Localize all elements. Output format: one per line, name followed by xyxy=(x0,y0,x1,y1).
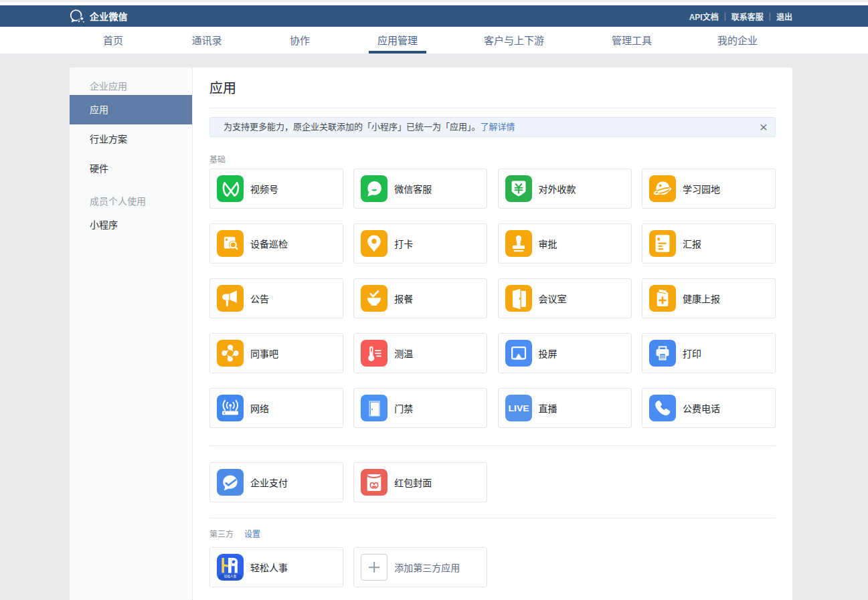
svg-text:轻松人事: 轻松人事 xyxy=(224,574,237,579)
svg-text:LIVE: LIVE xyxy=(508,404,529,413)
